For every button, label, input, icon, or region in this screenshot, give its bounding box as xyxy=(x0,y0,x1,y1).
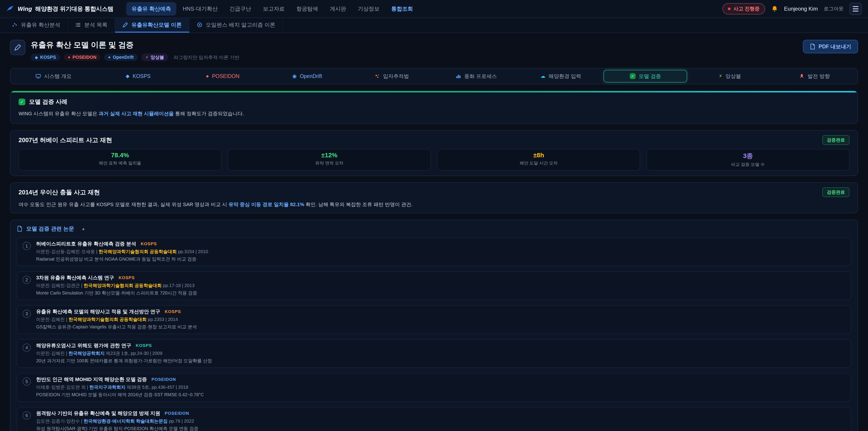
stat-slick-area-error: ±12% 유막 면적 오차 xyxy=(228,149,431,171)
nav-item-hns[interactable]: HNS·대기확산 xyxy=(177,2,223,16)
tab-opendrift[interactable]: ◉ OpenDrift xyxy=(266,70,349,83)
subnav-label: 오일펜스 배치 알고리즘 이론 xyxy=(206,21,275,29)
intro-text: 통해 정확도가 검증되었습니다. xyxy=(174,111,244,116)
nav-item-integrated-search[interactable]: 통합조회 xyxy=(386,2,418,16)
intro-highlight: 과거 실제 사고 재현 시뮬레이션을 xyxy=(98,111,174,116)
tab-roadmap[interactable]: 발전 방향 xyxy=(773,70,856,83)
tab-label: 풍화 프로세스 xyxy=(464,73,497,80)
tab-label: 앙상블 xyxy=(725,73,741,80)
user-name: Eunjeong Kim xyxy=(784,6,818,12)
stat-label: 유막 면적 오차 xyxy=(233,160,426,166)
case-paragraph: 여수 오동도 인근 원유 유출 사고를 KOSPS 모델로 재현한 결과, 실제… xyxy=(19,201,849,208)
menu-button[interactable] xyxy=(849,3,862,15)
paper-title: 원격탐사 기반의 유출유 확산예측 및 해양오염 방제 지원 xyxy=(36,410,160,417)
sub-navbar: 유출유 확산분석 분석 목록 유출유확산모델 이론 오일펜스 배치 알고리즘 이… xyxy=(0,18,868,33)
header-text: 유출유 확산 모델 이론 및 검증 ◆KOSPS ●POSEIDON ●Open… xyxy=(31,40,239,61)
paper-venue[interactable]: 한국지구과학회지 xyxy=(89,385,125,390)
paper-authors: 이재호·임병준·김도연 외 | xyxy=(36,385,89,390)
pdf-export-button[interactable]: PDF 내보내기 xyxy=(803,40,858,53)
nav-item-weather[interactable]: 기상정보 xyxy=(352,2,385,16)
paper-authors: 김도연·김종기·양찬수 | xyxy=(36,419,84,424)
page-subtitle: 라그랑지안 입자추적 이론 기반 xyxy=(174,54,239,61)
app-logo[interactable]: Wing 해양환경 위기대응 통합시스템 xyxy=(6,5,114,13)
paper-item[interactable]: 2 3차원 유출유 확산예측 시스템 연구KOSPS 이문진·김혜진·강관근 |… xyxy=(17,271,851,300)
tab-poseidon[interactable]: ● POSEIDON xyxy=(181,70,265,83)
red-dot-icon: ● xyxy=(206,74,209,79)
nav-item-aerial-search[interactable]: 항공탐색 xyxy=(291,2,323,16)
case-header: 2007년 허베이 스피리트 사고 재현 검증완료 xyxy=(19,135,849,145)
bar-chart-icon xyxy=(456,73,461,79)
paper-authors-line: 이재호·임병준·김도연 외 | 한국지구과학회지 제39권 5호, pp.436… xyxy=(36,384,844,390)
paper-authors-line: 김도연·김종기·양찬수 | 한국해양환경·에너지학회 학술대회논문집 pp.79… xyxy=(36,418,844,424)
paper-venue[interactable]: 한국해양과학기술협의회 공동학술대회 xyxy=(84,283,162,288)
model-tag: POSEIDON xyxy=(151,377,176,382)
paper-venue[interactable]: 한국해양환경·에너지학회 학술대회논문집 xyxy=(84,419,168,424)
bell-icon[interactable] xyxy=(771,5,778,12)
ensemble-chip: ⚡앙상블 xyxy=(141,53,168,61)
chip-label: 앙상블 xyxy=(151,54,164,60)
opendrift-chip: ●OpenDrift xyxy=(104,54,138,61)
navbar-right: 사고 진행중 Eunjeong Kim 로그아웃 xyxy=(722,3,862,15)
collapse-arrow-icon[interactable]: ▲ xyxy=(81,226,86,231)
paper-authors-line: 이문진·김혜진·강관근 | 한국해양과학기술협의회 공동학술대회 pp.17-1… xyxy=(36,282,844,288)
nav-item-oil-diffusion[interactable]: 유출유 확산예측 xyxy=(126,2,177,16)
model-tag: KOSPS xyxy=(135,343,152,348)
status-dot-icon xyxy=(728,7,731,10)
tab-kosps[interactable]: ◆ KOSPS xyxy=(96,70,180,83)
paper-item[interactable]: 1 허베이스피리트호 유출유 확산예측 검증 분석KOSPS 이문진·김선동·김… xyxy=(17,237,851,266)
subnav-item-diffusion-analysis[interactable]: 유출유 확산분석 xyxy=(4,18,68,33)
document-icon xyxy=(17,226,23,232)
paper-item[interactable]: 3 유출유 확산예측 모델의 해양사고 적용 및 개선방안 연구KOSPS 이문… xyxy=(17,305,851,334)
tab-model-validation[interactable]: ✓ 모델 검증 xyxy=(603,70,687,83)
paper-item[interactable]: 5 한반도 인근 해역 MOHID 지역 해양순환 모델 검증POSEIDON … xyxy=(17,373,851,402)
incident-status-badge[interactable]: 사고 진행중 xyxy=(722,3,765,14)
tab-weathering-process[interactable]: 풍화 프로세스 xyxy=(434,70,518,83)
tab-ocean-env-input[interactable]: ☁ 해양환경 입력 xyxy=(519,70,602,83)
subnav-item-analysis-list[interactable]: 분석 목록 xyxy=(68,18,115,33)
nav-item-reports[interactable]: 보고자료 xyxy=(257,2,290,16)
wing-logo-icon xyxy=(6,5,14,13)
subnav-item-oilfence-theory[interactable]: 오일펜스 배치 알고리즘 이론 xyxy=(189,18,283,33)
tab-particle-tracking[interactable]: 입자추적법 xyxy=(350,70,434,83)
check-icon: ✓ xyxy=(630,73,636,79)
validation-intro-title: ✓ 모델 검증 사례 xyxy=(19,98,849,106)
cloud-icon: ☁ xyxy=(540,74,546,79)
paper-item[interactable]: 6 원격탐사 기반의 유출유 확산예측 및 해양오염 방제 지원POSEIDON… xyxy=(17,407,851,431)
paper-title: 유출유 확산예측 모델의 해양사고 적용 및 개선방안 연구 xyxy=(36,308,160,315)
paper-meta: 제23권 1호, pp.24-30 | 2009 xyxy=(105,351,162,356)
target-circle-icon xyxy=(197,22,203,28)
paper-number: 4 xyxy=(23,343,31,352)
top-navbar: Wing 해양환경 위기대응 통합시스템 유출유 확산예측 HNS·대기확산 긴… xyxy=(0,0,868,18)
logout-button[interactable]: 로그아웃 xyxy=(824,5,844,12)
pen-nib-icon xyxy=(14,44,21,51)
stat-label: 해안 도달 시간 오차 xyxy=(442,160,635,166)
nav-item-rescue[interactable]: 긴급구난 xyxy=(224,2,256,16)
scatter-chart-icon xyxy=(12,22,18,28)
logo-text: Wing xyxy=(18,5,32,12)
bolt-icon: ⚡ xyxy=(719,74,722,79)
verified-badge: 검증완료 xyxy=(822,187,849,197)
check-icon: ✓ xyxy=(19,98,25,105)
model-tag: POSEIDON xyxy=(165,411,189,416)
tab-ensemble[interactable]: ⚡ 앙상블 xyxy=(688,70,772,83)
nav-item-board[interactable]: 게시판 xyxy=(324,2,351,16)
papers-header[interactable]: 모델 검증 관련 논문 ▲ xyxy=(17,225,851,232)
paper-description: Radarsat 인공위성영상 비교 분석·NOAA GNOME과 동일 입력조… xyxy=(36,256,844,262)
paper-venue[interactable]: 한국해양과학기술협의회 공동학술대회 xyxy=(98,249,177,254)
pen-icon xyxy=(122,22,128,28)
tab-label: KOSPS xyxy=(133,73,151,79)
stat-label: 비교 검증 모델 수 xyxy=(651,162,844,167)
paper-description: GS칼텍스 송유관·Captain Vangelis 유출사고 적용 검증·현장… xyxy=(36,324,844,330)
paper-venue[interactable]: 한국해양공학회지 xyxy=(68,351,105,356)
paper-authors-line: 이문진·김혜진 | 한국해양공학회지 제23권 1호, pp.24-30 | 2… xyxy=(36,350,844,357)
subnav-item-model-theory[interactable]: 유출유확산모델 이론 xyxy=(115,18,189,33)
tab-system-overview[interactable]: 시스템 개요 xyxy=(12,70,95,83)
poseidon-chip: ●POSEIDON xyxy=(64,54,100,61)
stat-model-count: 3종 비교 검증 모델 수 xyxy=(647,149,849,171)
papers-card: 모델 검증 관련 논문 ▲ 1 허베이스피리트호 유출유 확산예측 검증 분석K… xyxy=(10,220,858,431)
paper-number: 3 xyxy=(23,310,31,318)
kosps-chip: ◆KOSPS xyxy=(31,54,60,61)
paper-venue[interactable]: 한국해양과학기술협의회 공동학술대회 xyxy=(68,317,147,322)
tab-label: 입자추적법 xyxy=(383,73,409,80)
paper-item[interactable]: 4 해양유류오염사고 위해도 평가에 관한 연구KOSPS 이문진·김혜진 | … xyxy=(17,339,851,368)
